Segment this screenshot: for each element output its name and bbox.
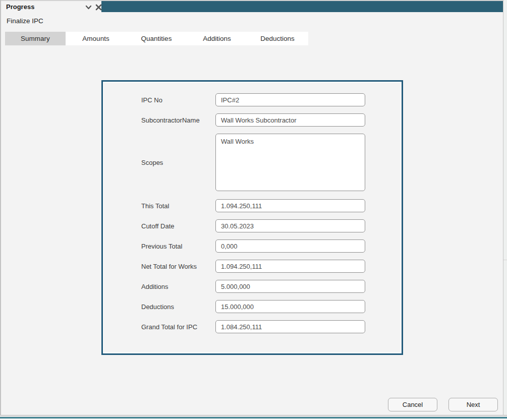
tab-deductions[interactable]: Deductions [247,32,308,45]
scrollbar-divider [503,260,507,260]
field-input[interactable] [215,113,365,127]
form-row: SubcontractorName [103,113,402,127]
next-button[interactable]: Next [448,398,498,411]
view-tab-title: Progress [6,3,34,11]
field-label: Scopes [141,134,163,191]
tab-summary[interactable]: Summary [5,32,66,45]
field-input[interactable] [215,300,365,313]
tab-quantities[interactable]: Quantities [126,32,187,45]
form-row: Previous Total [103,239,402,253]
form-row: Grand Total for IPC [103,320,402,333]
tab-bar: SummaryAmountsQuantitiesAdditionsDeducti… [5,32,308,45]
form-row: This Total [103,199,402,212]
field-label: Grand Total for IPC [141,320,197,333]
field-label: Additions [141,280,168,293]
form-row: Deductions [103,300,402,313]
header-accent-bar [101,1,503,12]
field-input[interactable] [215,93,365,106]
form-panel: IPC NoSubcontractorNameScopesThis TotalC… [101,80,403,355]
field-label: Deductions [141,300,174,313]
field-label: Cutoff Date [141,219,175,232]
cancel-button[interactable]: Cancel [388,398,437,411]
chevron-down-icon[interactable] [84,3,93,12]
field-input[interactable] [215,239,365,253]
field-label: IPC No [141,93,162,106]
form-row: Net Total for Works [103,260,402,273]
application-window: Progress Finalize IPC SummaryAmountsQuan… [0,0,507,420]
page-title: Finalize IPC [7,17,43,25]
window-left-edge [0,0,1,415]
field-input[interactable] [215,260,365,273]
field-label: Previous Total [141,239,182,253]
form-row: Cutoff Date [103,219,402,232]
form-row: IPC No [103,93,402,106]
scrollbar-track[interactable] [503,0,507,415]
form-fields: IPC NoSubcontractorNameScopesThis TotalC… [103,82,402,353]
field-input[interactable] [215,219,365,232]
form-row: Additions [103,280,402,293]
view-header: Progress [1,1,503,13]
field-label: Net Total for Works [141,260,197,273]
form-row: Scopes [103,134,402,191]
tab-additions[interactable]: Additions [187,32,247,45]
field-input[interactable] [215,320,365,333]
field-label: SubcontractorName [141,113,200,127]
tab-amounts[interactable]: Amounts [66,32,126,45]
field-label: This Total [141,199,169,212]
field-input[interactable] [215,199,365,212]
field-input[interactable] [215,134,365,191]
field-input[interactable] [215,280,365,293]
